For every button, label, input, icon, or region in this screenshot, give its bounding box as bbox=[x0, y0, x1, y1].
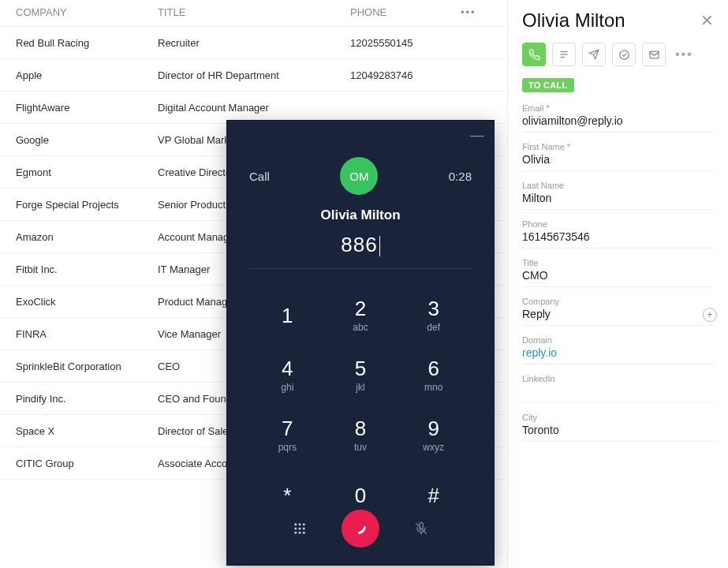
phone-hangup-icon bbox=[352, 520, 369, 537]
dialer-number-input[interactable]: 886 bbox=[341, 233, 379, 257]
minimize-icon[interactable]: — bbox=[470, 127, 484, 144]
panel-contact-name: Olivia Milton bbox=[522, 9, 625, 32]
field-firstname[interactable]: First Name * Olivia bbox=[522, 142, 714, 171]
cell-company: Amazon bbox=[0, 231, 158, 243]
cell-company: FlightAware bbox=[0, 102, 158, 114]
field-label: Phone bbox=[522, 219, 714, 229]
note-button[interactable] bbox=[552, 43, 576, 66]
key-digit: 4 bbox=[282, 358, 293, 379]
field-value: Milton bbox=[522, 192, 714, 206]
cell-company: Forge Special Projects bbox=[0, 199, 158, 211]
key-digit: 5 bbox=[355, 358, 366, 379]
cell-phone: 12025550145 bbox=[350, 37, 461, 49]
key-7[interactable]: 7pqrs bbox=[251, 408, 324, 463]
call-label: Call bbox=[249, 170, 270, 183]
key-letters: jkl bbox=[356, 382, 364, 393]
panel-actions: ••• bbox=[522, 43, 714, 66]
key-8[interactable]: 8tuv bbox=[324, 408, 398, 463]
keypad-toggle-icon[interactable] bbox=[293, 521, 307, 536]
hangup-button[interactable] bbox=[342, 510, 379, 547]
svg-point-8 bbox=[294, 528, 297, 530]
cell-company: Egmont bbox=[0, 166, 158, 178]
keypad: 12abc3def4ghi5jkl6mno7pqrs8tuv9wxyz*0# bbox=[227, 282, 494, 523]
status-badge: TO CALL bbox=[522, 78, 574, 92]
field-email[interactable]: Email * oliviamilton@reply.io bbox=[522, 103, 714, 133]
key-digit: 1 bbox=[282, 305, 293, 326]
field-label: Title bbox=[522, 258, 714, 267]
mail-icon bbox=[648, 49, 660, 61]
field-label: City bbox=[522, 413, 714, 422]
key-digit: 0 bbox=[355, 485, 366, 506]
field-value: reply.io bbox=[522, 346, 714, 361]
key-digit: 2 bbox=[355, 298, 366, 319]
svg-point-10 bbox=[303, 528, 305, 530]
field-phone[interactable]: Phone 16145673546 bbox=[522, 219, 714, 248]
svg-point-5 bbox=[294, 523, 297, 525]
field-value: CMO bbox=[522, 269, 714, 283]
field-label: LinkedIn bbox=[522, 374, 714, 383]
contact-panel: Olivia Milton ✕ ••• TO CALL Email * oliv… bbox=[507, 0, 728, 568]
cell-company: Apple bbox=[0, 69, 158, 81]
check-circle-icon bbox=[618, 49, 630, 61]
cell-company: ExoClick bbox=[0, 296, 158, 308]
table-row[interactable]: Red Bull RacingRecruiter12025550145 bbox=[0, 27, 505, 59]
key-digit: * bbox=[283, 485, 291, 506]
email-button[interactable] bbox=[642, 43, 666, 66]
table-row[interactable]: AppleDirector of HR Department1204928374… bbox=[0, 59, 505, 92]
field-value bbox=[522, 385, 714, 399]
field-label: First Name * bbox=[522, 142, 714, 151]
cell-company: Space X bbox=[0, 425, 158, 437]
field-value: 16145673546 bbox=[522, 230, 714, 245]
key-2[interactable]: 2abc bbox=[324, 288, 398, 343]
key-5[interactable]: 5jkl bbox=[324, 348, 398, 403]
field-lastname[interactable]: Last Name Milton bbox=[522, 181, 714, 210]
key-letters: pqrs bbox=[278, 442, 297, 453]
more-actions[interactable]: ••• bbox=[675, 47, 693, 62]
cell-company: Google bbox=[0, 134, 158, 146]
cell-company: FINRA bbox=[0, 328, 158, 340]
send-button[interactable] bbox=[582, 43, 606, 66]
add-company-button[interactable]: + bbox=[703, 308, 717, 322]
field-value: Olivia bbox=[522, 153, 714, 167]
cell-title: Director of HR Department bbox=[158, 69, 350, 81]
th-title[interactable]: TITLE bbox=[158, 6, 350, 18]
lines-icon bbox=[558, 49, 569, 60]
table-header: COMPANY TITLE PHONE ••• bbox=[0, 0, 505, 27]
cell-title: Digital Account Manager bbox=[158, 102, 350, 114]
field-company[interactable]: Company Reply + bbox=[522, 297, 714, 326]
key-9[interactable]: 9wxyz bbox=[397, 408, 470, 463]
task-button[interactable] bbox=[612, 43, 636, 66]
key-letters: ghi bbox=[281, 382, 293, 393]
field-title[interactable]: Title CMO bbox=[522, 258, 714, 287]
th-more[interactable]: ••• bbox=[461, 6, 492, 18]
cell-phone: 12049283746 bbox=[350, 69, 461, 81]
key-6[interactable]: 6mno bbox=[397, 348, 470, 403]
field-city[interactable]: City Toronto bbox=[522, 413, 714, 442]
th-company[interactable]: COMPANY bbox=[0, 6, 158, 18]
dialer-widget: — Call OM 0:28 Olivia Milton 886 12abc3d… bbox=[226, 120, 495, 566]
call-timer: 0:28 bbox=[449, 170, 472, 183]
call-button[interactable] bbox=[522, 43, 546, 66]
close-icon[interactable]: ✕ bbox=[700, 13, 714, 28]
mute-icon[interactable] bbox=[414, 521, 428, 536]
field-value: oliviamilton@reply.io bbox=[522, 114, 714, 129]
cell-company: SprinkleBit Corporation bbox=[0, 361, 158, 372]
cell-company: CITIC Group bbox=[0, 458, 158, 469]
field-linkedin[interactable]: LinkedIn bbox=[522, 374, 714, 403]
field-value: Toronto bbox=[522, 424, 714, 438]
key-1[interactable]: 1 bbox=[251, 288, 324, 343]
key-digit: 3 bbox=[427, 298, 439, 319]
table-row[interactable]: FlightAwareDigital Account Manager bbox=[0, 92, 505, 124]
field-label: Last Name bbox=[522, 181, 714, 190]
svg-point-11 bbox=[294, 532, 297, 534]
field-label: Domain bbox=[522, 335, 714, 345]
key-3[interactable]: 3def bbox=[397, 288, 470, 343]
key-digit: # bbox=[427, 485, 439, 506]
svg-point-7 bbox=[303, 523, 305, 525]
key-letters: abc bbox=[353, 322, 368, 333]
field-domain[interactable]: Domain reply.io bbox=[522, 335, 714, 364]
th-phone[interactable]: PHONE bbox=[350, 6, 461, 18]
cell-company: Pindify Inc. bbox=[0, 393, 158, 405]
field-value: Reply bbox=[522, 308, 714, 322]
key-4[interactable]: 4ghi bbox=[251, 348, 324, 403]
